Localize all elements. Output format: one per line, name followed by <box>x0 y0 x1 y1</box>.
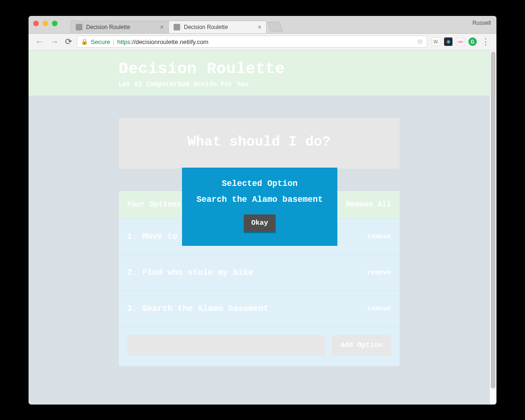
vertical-scrollbar[interactable] <box>489 51 496 405</box>
address-bar[interactable]: 🔒 Secure | https://decisionroulette.netl… <box>77 36 427 48</box>
tab-title: Decision Roulette <box>86 24 130 30</box>
separator: | <box>113 38 114 45</box>
extension-wappalyzer-icon[interactable]: W. <box>432 37 440 46</box>
url-rest: ://decisionroulette.netlify.com <box>131 38 209 45</box>
extension-codepen-icon[interactable]: </> <box>456 37 465 46</box>
extension-grammarly-icon[interactable]: G <box>468 37 477 46</box>
page-viewport: Decision Roulette Let AI ComputerGod Dec… <box>29 51 489 405</box>
favicon-icon <box>76 24 82 30</box>
extension-react-devtools-icon[interactable]: ⚛ <box>444 37 452 46</box>
chrome-menu-button[interactable]: ⋮ <box>480 37 492 47</box>
close-icon[interactable]: × <box>258 24 262 30</box>
back-button[interactable]: ← <box>33 37 45 47</box>
tab-strip: Decision Roulette × Decision Roulette × <box>71 16 281 33</box>
window-minimize-button[interactable] <box>43 21 48 26</box>
modal-value: Search the Alamo basement <box>190 195 329 204</box>
new-tab-button[interactable] <box>267 22 283 31</box>
window-close-button[interactable] <box>33 21 39 26</box>
lock-icon: 🔒 <box>81 38 88 45</box>
reload-button[interactable]: ⟳ <box>63 37 74 47</box>
toolbar: ← → ⟳ 🔒 Secure | https://decisionroulett… <box>29 34 496 51</box>
scrollbar-thumb[interactable] <box>491 52 496 389</box>
favicon-icon <box>174 24 180 30</box>
tab-title: Decision Roulette <box>184 24 228 30</box>
extensions: W. ⚛ </> G <box>430 37 477 46</box>
window-zoom-button[interactable] <box>52 21 58 26</box>
viewport-wrap: Decision Roulette Let AI ComputerGod Dec… <box>29 51 496 405</box>
window-traffic-lights <box>33 21 58 26</box>
bookmark-star-icon[interactable]: ☆ <box>417 37 423 46</box>
tab-0[interactable]: Decision Roulette × <box>71 21 169 33</box>
modal-ok-button[interactable]: Okay <box>244 214 276 232</box>
browser-window: Decision Roulette × Decision Roulette × … <box>29 16 496 405</box>
secure-label: Secure <box>91 38 110 45</box>
selected-option-modal: Selected Option Search the Alamo basemen… <box>182 168 337 246</box>
profile-label[interactable]: Russell <box>473 20 491 26</box>
modal-title: Selected Option <box>190 179 329 188</box>
forward-button[interactable]: → <box>48 37 60 47</box>
window-titlebar: Decision Roulette × Decision Roulette × … <box>29 16 496 34</box>
tab-1[interactable]: Decision Roulette × <box>168 21 267 33</box>
close-icon[interactable]: × <box>160 24 164 30</box>
url-scheme: https <box>117 38 131 45</box>
